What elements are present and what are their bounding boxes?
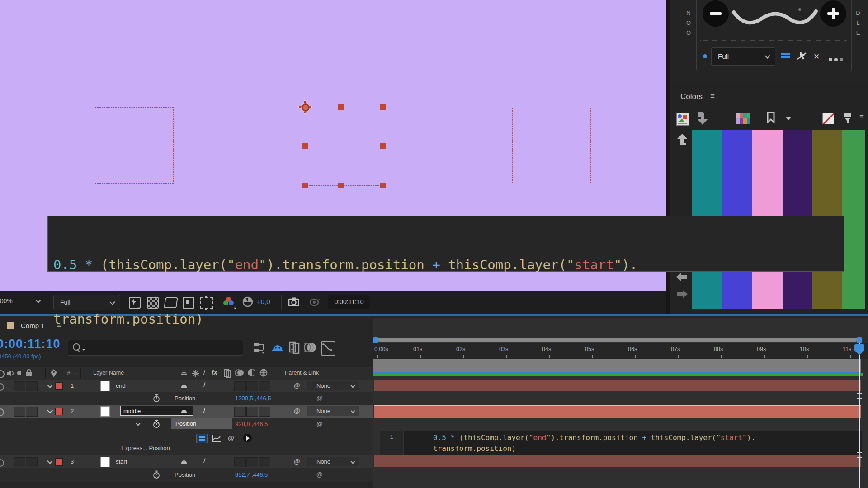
audio-icon[interactable] bbox=[6, 369, 14, 379]
magnification-select[interactable]: 100% bbox=[0, 297, 40, 305]
fx-column-icon[interactable]: fx bbox=[212, 369, 217, 376]
property-pickwhip-icon[interactable]: @ bbox=[316, 471, 323, 478]
video-eye-icon[interactable] bbox=[0, 383, 4, 391]
shape-layer-middle-selected[interactable] bbox=[305, 107, 383, 186]
label-tag-icon[interactable] bbox=[50, 369, 58, 379]
selection-handle[interactable] bbox=[302, 143, 308, 149]
parent-select[interactable]: None bbox=[307, 406, 359, 416]
layer-row-middle[interactable]: 2 / @ None bbox=[0, 405, 373, 418]
label-color-swatch[interactable] bbox=[55, 458, 63, 466]
video-eye-icon[interactable] bbox=[0, 459, 4, 467]
parent-pickwhip-icon[interactable]: @ bbox=[294, 458, 300, 465]
quality-column-icon[interactable]: / bbox=[203, 368, 205, 376]
expression-editor[interactable]: 1 0.5 * (thisComp.layer("end").transform… bbox=[380, 431, 862, 455]
property-value[interactable]: 1200,5 ,446,5 bbox=[235, 395, 271, 402]
parent-link-column-label[interactable]: Parent & Link bbox=[285, 370, 319, 376]
stopwatch-icon[interactable] bbox=[153, 394, 160, 404]
current-time-display[interactable]: 0:00:11:10 bbox=[0, 337, 61, 351]
more-options-icon[interactable] bbox=[829, 55, 847, 63]
quality-switch[interactable]: / bbox=[203, 406, 205, 414]
layer-bar-start[interactable] bbox=[374, 455, 861, 467]
import-colors-icon[interactable] bbox=[697, 112, 708, 125]
lock-icon[interactable] bbox=[25, 369, 33, 379]
layer-bar-middle-selected[interactable] bbox=[374, 405, 861, 418]
node-cursor-icon[interactable] bbox=[796, 50, 808, 64]
index-column-label[interactable]: # bbox=[67, 370, 70, 376]
selection-handle[interactable] bbox=[380, 183, 386, 188]
zoom-out-button[interactable] bbox=[703, 0, 729, 27]
layer-row-start[interactable]: 3 start / @ None bbox=[0, 455, 373, 468]
stopwatch-icon[interactable] bbox=[153, 420, 160, 430]
motion-blur-column-icon[interactable] bbox=[235, 369, 244, 378]
shy-switch[interactable] bbox=[180, 382, 188, 391]
property-pickwhip-icon[interactable]: @ bbox=[316, 420, 323, 427]
twirl-open-icon[interactable] bbox=[136, 422, 141, 426]
parent-select[interactable]: None bbox=[307, 381, 359, 390]
playhead-line[interactable] bbox=[859, 343, 860, 488]
expression-code-line2[interactable]: transform.position) bbox=[433, 443, 516, 454]
expression-graph-icon[interactable] bbox=[212, 434, 222, 444]
layer-name-column-label[interactable]: Layer Name bbox=[93, 370, 124, 376]
shape-layer-end[interactable] bbox=[512, 108, 591, 183]
frame-blend-column-icon[interactable] bbox=[223, 369, 231, 379]
property-label[interactable]: Position bbox=[175, 395, 195, 402]
three-d-column-icon[interactable] bbox=[259, 369, 268, 378]
no-fill-icon[interactable] bbox=[822, 113, 834, 124]
comp-thumbnail-icon[interactable] bbox=[676, 113, 689, 126]
expression-label[interactable]: Express... Position bbox=[121, 445, 170, 451]
shy-switch[interactable] bbox=[180, 458, 188, 467]
property-row-end-position[interactable]: Position 1200,5 ,446,5 @ bbox=[0, 392, 373, 405]
stopwatch-icon[interactable] bbox=[153, 470, 160, 480]
quality-switch[interactable]: / bbox=[203, 457, 205, 465]
shy-switch[interactable] bbox=[180, 407, 188, 417]
swatch-library-icon[interactable] bbox=[736, 113, 750, 124]
label-color-swatch[interactable] bbox=[55, 382, 63, 390]
selection-handle[interactable] bbox=[302, 183, 308, 188]
twirl-open-icon[interactable] bbox=[47, 408, 53, 413]
selection-handle[interactable] bbox=[338, 104, 344, 110]
solo-icon[interactable] bbox=[17, 371, 21, 375]
twirl-open-icon[interactable] bbox=[47, 382, 53, 388]
navigator-end-handle[interactable] bbox=[857, 337, 862, 343]
expression-language-menu-icon[interactable] bbox=[243, 434, 252, 442]
curve-preview-icon[interactable] bbox=[731, 5, 820, 30]
expression-code-line1[interactable]: 0.5 * (thisComp.layer("end").transform.p… bbox=[433, 432, 755, 443]
shape-layer-start[interactable] bbox=[95, 107, 174, 184]
shy-column-icon[interactable] bbox=[180, 369, 188, 379]
property-row-start-position[interactable]: Position 652,7 ,446,5 @ bbox=[0, 468, 373, 482]
property-label-selected[interactable]: Position bbox=[171, 418, 232, 429]
video-eye-icon[interactable] bbox=[0, 370, 5, 378]
panel-menu-icon[interactable]: ≡ bbox=[859, 113, 864, 122]
property-value-expression[interactable]: 928,8 ,446,5 bbox=[235, 421, 268, 427]
swatch-dropdown-icon[interactable] bbox=[786, 117, 791, 120]
bookmark-icon[interactable] bbox=[766, 112, 775, 125]
parent-pickwhip-icon[interactable]: @ bbox=[294, 382, 300, 389]
selection-handle[interactable] bbox=[380, 104, 386, 110]
video-eye-icon[interactable] bbox=[0, 408, 4, 416]
selection-handle[interactable] bbox=[338, 183, 344, 188]
enable-expression-icon[interactable] bbox=[196, 434, 208, 443]
apply-preset-icon[interactable] bbox=[781, 53, 790, 58]
quality-switch[interactable]: / bbox=[203, 381, 205, 389]
layer-name[interactable]: end bbox=[116, 382, 126, 389]
parent-pickwhip-icon[interactable]: @ bbox=[294, 407, 300, 414]
twirl-open-icon[interactable] bbox=[47, 458, 53, 464]
label-color-swatch[interactable] bbox=[55, 408, 63, 415]
anchor-point-icon[interactable] bbox=[299, 101, 311, 113]
panel-menu-icon[interactable]: ≡ bbox=[710, 92, 715, 101]
property-row-middle-position[interactable]: Position 928,8 ,446,5 @ bbox=[0, 418, 373, 431]
layer-bar-end[interactable] bbox=[374, 380, 861, 391]
layer-name[interactable]: start bbox=[116, 458, 127, 465]
zoom-in-button[interactable] bbox=[820, 0, 846, 27]
collapse-transformations-column-icon[interactable] bbox=[192, 369, 200, 379]
layer-row-end[interactable]: 1 end / @ None bbox=[0, 380, 373, 392]
parent-select[interactable]: None bbox=[307, 457, 359, 466]
property-value[interactable]: 652,7 ,446,5 bbox=[235, 471, 268, 478]
property-label[interactable]: Position bbox=[175, 471, 195, 478]
color-swatch-green[interactable] bbox=[842, 130, 865, 309]
preset-select[interactable]: Full bbox=[711, 47, 775, 66]
selection-handle[interactable] bbox=[380, 143, 386, 149]
property-pickwhip-icon[interactable]: @ bbox=[316, 394, 323, 402]
close-icon[interactable]: ✕ bbox=[813, 52, 820, 61]
adjustment-layer-column-icon[interactable] bbox=[248, 369, 255, 376]
